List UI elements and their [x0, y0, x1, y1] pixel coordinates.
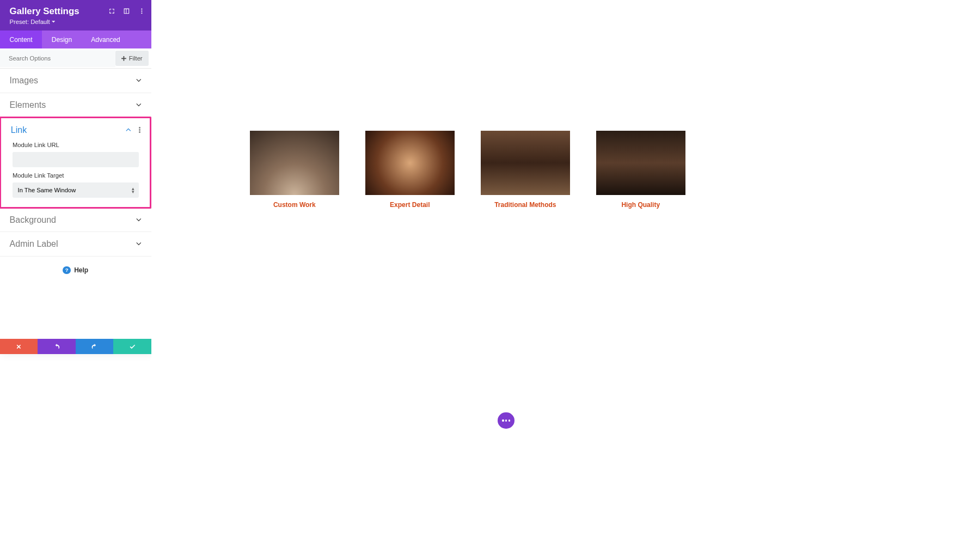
tab-advanced[interactable]: Advanced — [82, 31, 130, 48]
settings-sidebar: Gallery Settings Preset: Default Content… — [0, 0, 151, 354]
filter-label: Filter — [129, 55, 143, 62]
close-icon — [15, 343, 22, 350]
section-elements-title: Elements — [10, 100, 46, 110]
gallery-image — [596, 131, 685, 195]
gallery-image — [250, 131, 339, 195]
footer-actions — [0, 339, 151, 354]
gallery-preview: Custom Work Expert Detail Traditional Me… — [151, 0, 784, 209]
undo-icon — [53, 343, 60, 350]
filter-button[interactable]: Filter — [115, 51, 149, 66]
section-link-title: Link — [11, 125, 27, 135]
help-row[interactable]: ? Help — [0, 257, 151, 284]
cancel-button[interactable] — [0, 339, 38, 354]
gallery-caption: Traditional Methods — [481, 201, 570, 209]
tab-content[interactable]: Content — [0, 31, 42, 48]
section-images-title: Images — [10, 76, 38, 86]
redo-icon — [91, 343, 98, 350]
section-more-icon[interactable] — [139, 127, 140, 132]
expand-icon[interactable] — [108, 8, 115, 15]
chevron-down-icon — [136, 217, 142, 223]
section-elements: Elements — [0, 93, 151, 118]
section-link-body: Module Link URL Module Link Target ▴▾ — [1, 142, 150, 207]
redo-button[interactable] — [76, 339, 113, 354]
link-target-select[interactable] — [13, 182, 139, 198]
floating-menu-button[interactable] — [498, 412, 514, 429]
gallery-caption: High Quality — [596, 201, 685, 209]
gallery-caption: Custom Work — [250, 201, 339, 209]
gallery-image — [481, 131, 570, 195]
svg-point-0 — [141, 9, 142, 10]
gallery-image — [365, 131, 455, 195]
link-target-label: Module Link Target — [13, 172, 139, 179]
dot-icon — [502, 419, 504, 421]
settings-tabs: Content Design Advanced — [0, 31, 151, 48]
gallery-item[interactable]: Expert Detail — [365, 131, 455, 209]
link-url-label: Module Link URL — [13, 142, 139, 148]
more-vertical-icon[interactable] — [138, 8, 145, 15]
section-background-header[interactable]: Background — [0, 208, 151, 232]
section-background: Background — [0, 208, 151, 233]
svg-point-1 — [141, 11, 142, 12]
preview-canvas: Custom Work Expert Detail Traditional Me… — [151, 0, 784, 439]
dot-icon — [509, 419, 510, 421]
chevron-up-icon — [126, 127, 131, 133]
caret-down-icon — [52, 20, 55, 23]
search-input[interactable] — [0, 50, 115, 67]
check-icon — [129, 343, 136, 350]
help-label: Help — [74, 266, 88, 274]
plus-icon — [121, 56, 126, 61]
preset-selector[interactable]: Preset: Default — [10, 19, 143, 25]
gallery-item[interactable]: Custom Work — [250, 131, 339, 209]
link-url-input[interactable] — [13, 152, 139, 167]
section-admin-label: Admin Label — [0, 232, 151, 257]
section-elements-header[interactable]: Elements — [0, 93, 151, 117]
gallery-caption: Expert Detail — [365, 201, 455, 209]
tab-design[interactable]: Design — [42, 31, 82, 48]
section-link: Link Module Link URL Module Link Target … — [1, 118, 150, 208]
sidebar-header: Gallery Settings Preset: Default — [0, 0, 151, 31]
section-link-header[interactable]: Link — [1, 118, 150, 142]
dot-icon — [505, 419, 507, 421]
undo-button[interactable] — [38, 339, 75, 354]
section-images: Images — [0, 69, 151, 93]
highlight-annotation: Link Module Link URL Module Link Target … — [0, 117, 151, 209]
gallery-item[interactable]: Traditional Methods — [481, 131, 570, 209]
section-admin-label-title: Admin Label — [10, 239, 58, 249]
chevron-down-icon — [136, 78, 142, 83]
preset-value: Default — [30, 19, 50, 25]
panel-toggle-icon[interactable] — [123, 8, 130, 15]
section-background-title: Background — [10, 215, 56, 225]
save-button[interactable] — [113, 339, 151, 354]
help-icon: ? — [63, 266, 70, 274]
section-images-header[interactable]: Images — [0, 69, 151, 93]
section-admin-label-header[interactable]: Admin Label — [0, 232, 151, 256]
svg-point-2 — [141, 13, 142, 14]
search-row: Filter — [0, 48, 151, 69]
preset-label: Preset: — [10, 19, 29, 25]
chevron-down-icon — [136, 102, 142, 108]
gallery-item[interactable]: High Quality — [596, 131, 685, 209]
chevron-down-icon — [136, 241, 142, 247]
